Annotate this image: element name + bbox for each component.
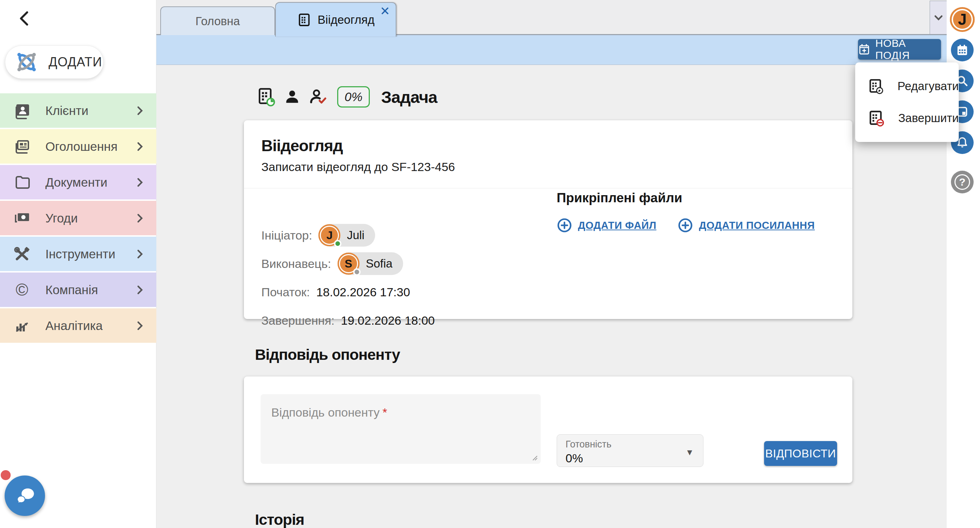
calendar-icon (956, 43, 969, 57)
attached-files-title: Прикріплені файли (557, 191, 815, 206)
initiator-chip[interactable]: J Juli (318, 224, 375, 247)
task-header: 0% Задача (256, 86, 437, 107)
status-dot-online (334, 240, 341, 247)
tab-label: Віідеогляд (318, 13, 374, 27)
sidebar-item-tools[interactable]: Інструменти (0, 237, 156, 271)
chevron-right-icon (134, 320, 146, 332)
start-value: 18.02.2026 17:30 (316, 285, 410, 299)
add-file-link[interactable]: ДОДАТИ ФАЙЛ (557, 217, 656, 233)
end-row: Завершення: 19.02.2026 18:00 (261, 309, 435, 332)
chevron-right-icon (134, 140, 146, 153)
sidebar-item-company[interactable]: © Компанія (0, 273, 156, 307)
readiness-value: 0% (566, 451, 695, 465)
tab-overflow-button[interactable] (930, 1, 947, 34)
close-icon[interactable]: ✕ (380, 5, 390, 17)
chevron-left-icon (16, 9, 34, 28)
add-button-label: ДОДАТИ (49, 55, 102, 70)
money-icon (13, 210, 30, 227)
avatar-initial: J (326, 229, 333, 242)
task-clock-icon (256, 87, 275, 107)
sidebar-item-clients[interactable]: Клієнти (0, 93, 156, 128)
textarea-placeholder: Відповідь опоненту (271, 405, 380, 419)
sidebar-item-label: Угоди (45, 211, 134, 225)
sidebar-item-analytics[interactable]: Аналітика (0, 308, 156, 343)
end-label: Завершення: (261, 314, 335, 327)
menu-item-label: Завершити (898, 112, 959, 125)
reply-button-label: ВІДПОВІСТИ (765, 447, 836, 460)
chat-bubbles-icon (13, 484, 37, 507)
task-fields: Ініціатор: J Juli Виконавець: S Sofia (261, 224, 435, 332)
chat-button[interactable] (5, 475, 45, 516)
tab-videoreview[interactable]: Віідеогляд ✕ (275, 2, 396, 37)
calendar-plus-icon (858, 43, 870, 56)
menu-item-edit[interactable]: Редагувати (855, 70, 959, 102)
required-asterisk: * (383, 405, 387, 419)
tab-home[interactable]: Головна (160, 6, 275, 35)
chevron-right-icon (134, 105, 146, 117)
avatar-initial: S (345, 257, 352, 270)
readiness-select[interactable]: Готовність 0% ▼ (557, 434, 703, 467)
help-button[interactable]: ? (951, 171, 974, 193)
history-section-title: Історія (255, 511, 304, 528)
sidebar: ДОДАТИ Клієнти Оголошення Документи Угод… (0, 0, 156, 528)
analytics-icon (13, 317, 30, 334)
action-menu: Редагувати Завершити (855, 62, 959, 142)
attached-files-section: Прикріплені файли ДОДАТИ ФАЙЛ ДОДАТИ ПОС… (557, 191, 815, 233)
new-event-label: НОВА ПОДІЯ (875, 37, 941, 61)
chevron-down-icon (932, 11, 945, 24)
add-button[interactable]: ДОДАТИ (5, 45, 103, 79)
sidebar-item-announcements[interactable]: Оголошення (0, 129, 156, 164)
task-subtitle: Записати відеогляд до SF-123-456 (261, 160, 852, 174)
notification-dot (1, 470, 11, 480)
avatar[interactable]: J (950, 7, 975, 32)
task-type-title: Задача (381, 87, 437, 107)
chevron-right-icon (134, 248, 146, 260)
initiator-label: Ініціатор: (261, 228, 312, 242)
response-textarea[interactable]: Відповідь опоненту* (261, 394, 541, 464)
contacts-icon (13, 102, 30, 119)
resize-grip-icon[interactable] (530, 453, 538, 461)
executor-label: Виконавець: (261, 257, 331, 271)
sidebar-item-label: Компанія (45, 283, 134, 297)
plus-circle-icon (678, 217, 693, 233)
sidebar-item-label: Оголошення (45, 139, 134, 154)
copyright-icon: © (13, 281, 30, 298)
app-root: ДОДАТИ Клієнти Оголошення Документи Угод… (0, 0, 980, 528)
sidebar-item-label: Документи (45, 175, 134, 190)
sidebar-menu: Клієнти Оголошення Документи Угоди Інстр (0, 93, 156, 344)
new-event-button[interactable]: НОВА ПОДІЯ (858, 39, 941, 60)
task-edit-icon (867, 77, 883, 95)
executor-name: Sofia (366, 257, 393, 270)
task-icon (297, 13, 311, 27)
menu-item-complete[interactable]: Завершити (855, 102, 959, 134)
assignee-icon (283, 88, 301, 106)
plus-circle-icon (557, 217, 572, 233)
sidebar-item-deals[interactable]: Угоди (0, 201, 156, 235)
news-icon (13, 138, 30, 155)
task-title: Віідеогляд (261, 137, 852, 155)
executor-row: Виконавець: S Sofia (261, 252, 435, 275)
back-button[interactable] (16, 9, 34, 28)
avatar: S (337, 253, 360, 274)
caret-down-icon: ▼ (686, 447, 694, 458)
initiator-row: Ініціатор: J Juli (261, 224, 435, 247)
sidebar-item-documents[interactable]: Документи (0, 165, 156, 199)
calendar-button[interactable] (951, 39, 974, 61)
reply-button[interactable]: ВІДПОВІСТИ (764, 441, 837, 466)
avatar: J (318, 224, 340, 246)
toolbar-band (156, 35, 947, 65)
tab-bar: Головна Віідеогляд ✕ (156, 0, 947, 35)
chevron-right-icon (134, 284, 146, 296)
initiator-name: Juli (347, 228, 364, 242)
add-link-link[interactable]: ДОДАТИ ПОСИЛАННЯ (678, 217, 815, 233)
avatar-initial: J (958, 11, 967, 29)
add-link-label: ДОДАТИ ПОСИЛАННЯ (699, 220, 815, 231)
task-card: Віідеогляд Записати відеогляд до SF-123-… (244, 120, 852, 319)
menu-item-label: Редагувати (897, 80, 959, 93)
response-section-title: Відповідь опоненту (255, 346, 400, 363)
start-label: Початок: (261, 285, 310, 299)
task-complete-icon (867, 109, 884, 127)
executor-chip[interactable]: S Sofia (337, 252, 403, 275)
sidebar-item-label: Клієнти (45, 104, 134, 118)
divider (244, 188, 852, 188)
